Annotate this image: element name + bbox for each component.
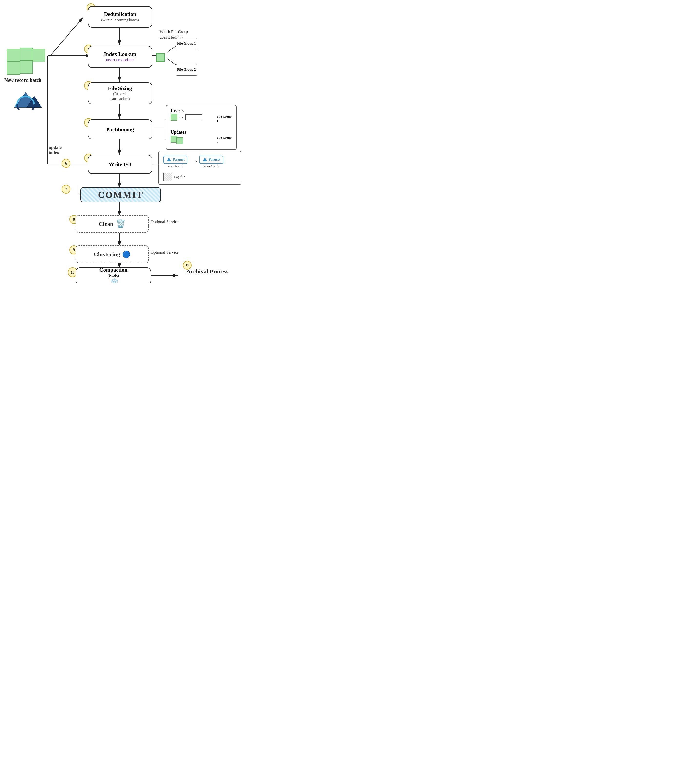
compaction-box: Compaction (MoR) ❄️: [76, 268, 151, 283]
partitioning-box: Partitioning: [88, 120, 152, 140]
parquet-label-2: Parquet: [209, 158, 220, 161]
inserts-updates-panel: Inserts → File Group1 Updates File Group…: [166, 105, 236, 150]
parquet-panel: Parquet Base file v1 → Parquet Base file…: [158, 151, 241, 185]
file-group-2-box: File Group 2: [176, 64, 198, 76]
num-circle-6: 6: [62, 159, 70, 168]
clustering-optional: Optional Service: [151, 250, 179, 255]
commit-box: COMMIT: [80, 187, 161, 202]
base-file-v2: Base file v2: [199, 165, 223, 168]
write-io-box: Write I/O: [88, 155, 152, 174]
clustering-box: Clustering 🔵: [76, 246, 149, 263]
dedup-sub: (within incoming batch): [101, 18, 139, 23]
base-file-v1: Base file v1: [163, 165, 188, 168]
file-sizing-box: File Sizing (RecordsBin-Packed): [88, 82, 152, 104]
update-fg-label: File Group2: [217, 136, 232, 144]
updates-label: Updates: [171, 130, 186, 135]
svg-line-0: [50, 18, 83, 56]
log-file-label: Log file: [174, 175, 185, 179]
clean-box: Clean 🗑️: [76, 215, 149, 233]
commit-label: COMMIT: [98, 190, 144, 200]
write-io-title: Write I/O: [109, 161, 131, 168]
file-group-1-box: File Group 1: [176, 38, 198, 50]
deduplication-box: Deduplication (within incoming batch): [88, 6, 152, 28]
file-sizing-sub: (RecordsBin-Packed): [110, 91, 130, 101]
delta-logo: [10, 90, 49, 110]
partitioning-title: Partitioning: [106, 126, 134, 133]
compaction-emoji: ❄️: [110, 278, 119, 283]
index-green-sq: [156, 53, 165, 62]
compaction-sub: (MoR): [108, 273, 119, 278]
diagram-container: New record batch updateindex 1 Deduplica…: [0, 0, 256, 283]
green-sq-5: [20, 60, 33, 74]
update-index-label: updateindex: [49, 145, 62, 155]
green-sq-1: [7, 49, 20, 62]
new-record-batch-label: New record batch: [4, 78, 42, 83]
green-sq-3: [32, 49, 45, 62]
num-circle-7: 7: [62, 185, 70, 194]
archival-label: Archival Process: [186, 268, 228, 275]
index-title: Index Lookup: [104, 51, 136, 57]
svg-marker-30: [167, 158, 171, 161]
insert-fg-label: File Group1: [217, 115, 232, 123]
dedup-title: Deduplication: [104, 11, 136, 17]
inserts-label: Inserts: [171, 108, 184, 113]
clean-optional: Optional Service: [151, 220, 179, 224]
clustering-emoji: 🔵: [122, 250, 131, 258]
svg-marker-31: [203, 158, 207, 161]
index-sub: Insert or Update?: [106, 57, 134, 63]
green-sq-4: [7, 62, 20, 75]
file-sizing-title: File Sizing: [108, 85, 132, 91]
clustering-label: Clustering: [94, 251, 120, 258]
compaction-label: Compaction: [100, 267, 128, 273]
clean-emoji: 🗑️: [116, 219, 126, 228]
index-lookup-box: Index Lookup Insert or Update?: [88, 46, 152, 68]
green-sq-2: [20, 48, 33, 61]
clean-label: Clean: [99, 221, 113, 227]
parquet-label-1: Parquet: [173, 158, 185, 161]
